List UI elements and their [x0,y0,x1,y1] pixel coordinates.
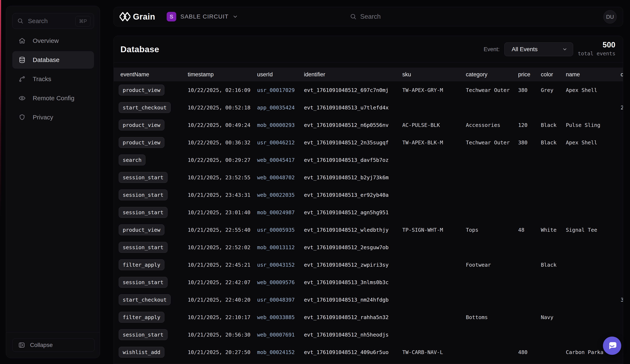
column-header-name[interactable]: name [566,68,580,81]
column-header-category[interactable]: category [466,68,488,81]
chevron-down-icon [232,14,238,19]
cell-identifier: evt_1761091048513_u7tlefd4x [304,99,388,116]
event-name-badge: session_start [119,277,168,288]
table-row[interactable]: session_start10/21/2025, 20:56:30web_000… [114,326,623,344]
cell-timestamp: 10/22/2025, 00:49:24 [188,116,250,134]
column-header-identifier[interactable]: identifier [304,68,325,81]
cell-eventName: product_view [119,221,164,239]
cell-identifier: evt_1761091048512_agn5hg951 [304,204,388,221]
cell-timestamp: 10/21/2025, 20:27:50 [188,344,250,361]
cell-extra: 2 [620,99,623,116]
cell-userId[interactable]: mob_00024987 [257,204,295,221]
cell-name: Apex Shell [566,81,597,99]
table-row[interactable]: product_view10/22/2025, 02:16:09usr_0001… [114,81,623,99]
table-row[interactable]: session_start10/21/2025, 22:52:02mob_000… [114,239,623,256]
cell-userId[interactable]: web_00022035 [257,186,295,204]
event-name-badge: start_checkout [119,102,170,113]
global-search-input[interactable]: Search [350,7,380,26]
sidebar-item-remote-config[interactable]: Remote Config [12,89,94,107]
chat-launcher-button[interactable] [603,337,621,355]
cell-timestamp: 10/21/2025, 22:42:07 [188,274,250,291]
cell-userId[interactable]: mob_00000293 [257,116,295,134]
cell-userId[interactable]: web_00045417 [257,151,295,169]
event-name-badge: product_view [119,85,164,95]
sidebar-search-input[interactable]: Search ⌘P [12,13,94,29]
table-row[interactable]: filter_apply10/21/2025, 22:45:21usr_0004… [114,256,623,274]
collapse-label: Collapse [30,342,53,349]
event-filter-select[interactable]: All Events [504,42,573,56]
column-header-extra[interactable]: c [620,68,623,81]
cell-userId[interactable]: web_00007691 [257,326,295,344]
cell-timestamp: 10/21/2025, 23:01:40 [188,204,250,221]
event-name-badge: session_start [119,329,168,340]
cell-timestamp: 10/21/2025, 22:52:02 [188,239,250,256]
table-row[interactable]: product_view10/21/2025, 22:55:40usr_0000… [114,221,623,239]
cell-timestamp: 10/21/2025, 22:55:40 [188,221,250,239]
cell-timestamp: 10/22/2025, 00:52:18 [188,99,250,116]
column-header-price[interactable]: price [518,68,530,81]
chat-bubble-icon [607,341,617,351]
search-icon [350,13,357,20]
table-row[interactable]: product_view10/22/2025, 00:36:32usr_0004… [114,134,623,151]
table-row[interactable]: start_checkout10/21/2025, 22:40:20usr_00… [114,291,623,309]
cell-userId[interactable]: app_00035424 [257,99,295,116]
cell-identifier: evt_1761091048512_b2yj73k6m [304,169,388,186]
column-header-sku[interactable]: sku [402,68,411,81]
cell-userId[interactable]: usr_00048397 [257,291,295,309]
keyboard-shortcut-badge: ⌘P [76,16,90,26]
cell-eventName: product_view [119,134,164,151]
event-name-badge: filter_apply [119,259,164,270]
cell-userId[interactable]: mob_00013112 [257,239,295,256]
cell-identifier: evt_1761091048512_409u6r5uo [304,344,388,361]
sidebar-search-placeholder: Search [28,17,48,24]
cell-category: Bottoms [466,309,488,326]
table-row[interactable]: filter_apply10/21/2025, 22:10:17web_0003… [114,309,623,326]
event-name-badge: session_start [119,189,168,200]
sidebar-item-overview[interactable]: Overview [12,32,94,49]
table-row[interactable]: session_start10/21/2025, 23:43:31web_000… [114,186,623,204]
database-icon [18,56,26,63]
event-name-badge: session_start [119,207,168,218]
cell-eventName: session_start [119,204,168,221]
workspace-switcher[interactable]: S SABLE CIRCUIT [167,7,238,26]
cell-price: 120 [518,116,528,134]
brand-name: Grain [133,12,155,21]
event-name-badge: product_view [119,120,164,130]
collapse-sidebar-button[interactable]: Collapse [12,339,94,352]
cell-eventName: session_start [119,239,168,256]
page-title: Database [120,36,159,63]
table-row[interactable]: session_start10/21/2025, 22:42:07web_000… [114,274,623,291]
column-header-timestamp[interactable]: timestamp [188,68,214,81]
cell-sku: TW-APEX-BLK-M [402,134,443,151]
event-name-badge: session_start [119,172,168,183]
total-events-count: 500 [578,40,616,49]
cell-eventName: search [119,151,146,169]
cell-userId[interactable]: mob_00024152 [257,344,295,361]
cell-userId[interactable]: usr_00017029 [257,81,295,99]
cell-userId[interactable]: usr_00005935 [257,221,295,239]
cell-userId[interactable]: web_00048702 [257,169,295,186]
cell-userId[interactable]: web_00009576 [257,274,295,291]
cell-eventName: filter_apply [119,256,164,274]
sidebar-item-tracks[interactable]: Tracks [12,70,94,88]
table-row[interactable]: start_checkout10/22/2025, 00:52:18app_00… [114,99,623,116]
sidebar-item-privacy[interactable]: Privacy [12,109,94,126]
table-row[interactable]: wishlist_add10/21/2025, 20:27:50mob_0002… [114,344,623,361]
column-header-userId[interactable]: userId [257,68,273,81]
cell-timestamp: 10/22/2025, 02:16:09 [188,81,250,99]
brand-logo[interactable]: Grain [120,7,155,26]
cell-eventName: session_start [119,169,168,186]
table-row[interactable]: search10/22/2025, 00:29:27web_00045417ev… [114,151,623,169]
sidebar-item-database[interactable]: Database [12,51,94,69]
user-avatar[interactable]: DU [603,10,617,23]
cell-userId[interactable]: web_00033885 [257,309,295,326]
column-header-eventName[interactable]: eventName [120,68,149,81]
cell-userId[interactable]: usr_00046212 [257,134,295,151]
table-row[interactable]: session_start10/21/2025, 23:01:40mob_000… [114,204,623,221]
cell-identifier: evt_1761091048512_zwpiri3sy [304,256,388,274]
column-header-color[interactable]: color [541,68,553,81]
table-row[interactable]: product_view10/22/2025, 00:49:24mob_0000… [114,116,623,134]
cell-name: Carbon Parka [566,344,604,361]
table-row[interactable]: session_start10/21/2025, 23:52:55web_000… [114,169,623,186]
cell-userId[interactable]: usr_00043152 [257,256,295,274]
